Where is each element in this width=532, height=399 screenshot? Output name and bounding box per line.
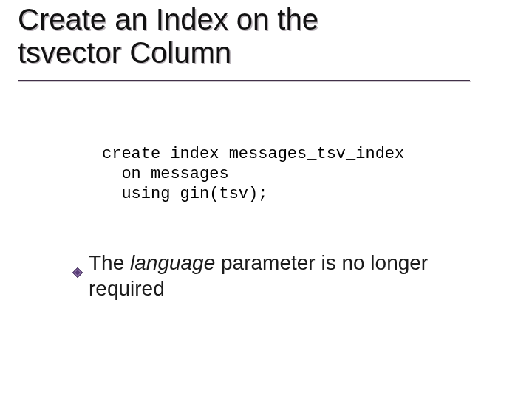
slide-title: Create an Index on the tsvector Column C…: [18, 3, 505, 69]
body-text: The language parameter is no longer requ…: [72, 250, 486, 301]
bullet-text: The language parameter is no longer requ…: [89, 250, 486, 301]
code-line-3: using gin(tsv);: [102, 185, 267, 203]
bullet-item: The language parameter is no longer requ…: [72, 250, 486, 301]
title-line1: Create an Index on the: [18, 3, 318, 35]
title-front: Create an Index on the tsvector Column: [18, 3, 505, 69]
bullet-text-italic: language: [130, 251, 215, 274]
title-underline: [18, 80, 470, 81]
code-block: create index messages_tsv_index on messa…: [102, 145, 404, 204]
code-line-1: create index messages_tsv_index: [102, 145, 404, 163]
slide: Create an Index on the tsvector Column C…: [0, 0, 532, 399]
diamond-bullet-icon: [72, 258, 83, 268]
code-line-2: on messages: [102, 165, 229, 183]
title-line2: tsvector Column: [18, 36, 231, 69]
bullet-text-pre: The: [89, 251, 130, 274]
